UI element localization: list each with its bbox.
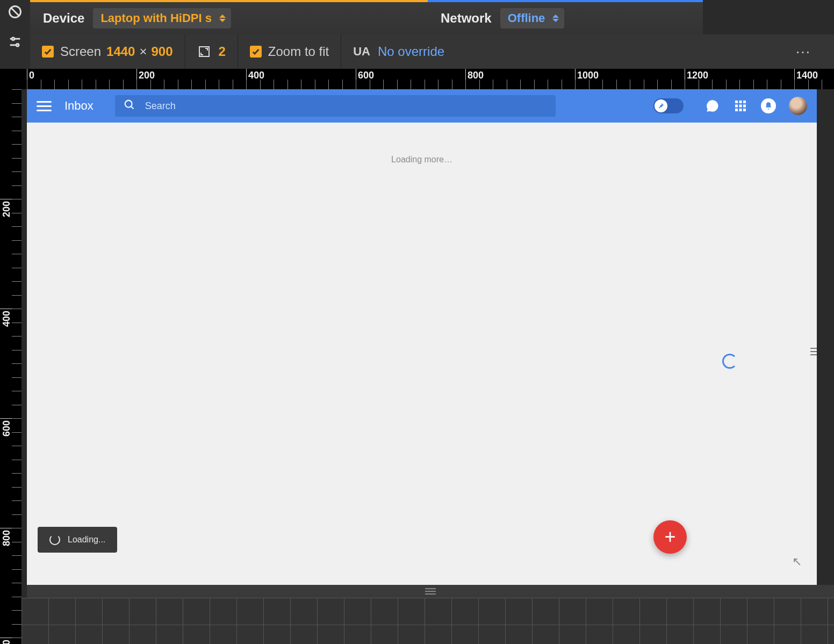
panel-drag-handle[interactable] — [27, 585, 834, 598]
svg-line-1 — [11, 8, 19, 16]
chat-icon[interactable] — [705, 98, 720, 113]
svg-point-7 — [125, 101, 132, 108]
app-title: Inbox — [64, 99, 94, 113]
svg-rect-17 — [743, 109, 746, 111]
svg-rect-12 — [735, 105, 738, 108]
zoom-checkbox[interactable] — [250, 46, 262, 58]
device-tab[interactable]: Device Laptop with HiDPI s — [30, 0, 428, 34]
screen-width[interactable]: 1440 — [106, 44, 135, 59]
search-icon — [124, 99, 135, 113]
pin-toggle[interactable] — [653, 98, 684, 113]
ua-label: UA — [353, 45, 370, 59]
svg-rect-15 — [735, 109, 738, 111]
dpr-value[interactable]: 2 — [219, 44, 226, 59]
network-select[interactable]: Offline — [500, 8, 565, 28]
network-label: Network — [441, 11, 492, 26]
svg-line-8 — [131, 106, 134, 109]
spinner-icon — [49, 534, 60, 545]
select-caret-icon — [219, 15, 226, 22]
compose-fab[interactable]: + — [653, 520, 687, 554]
search-input[interactable] — [115, 95, 556, 117]
zoom-label: Zoom to fit — [268, 44, 329, 59]
screen-height[interactable]: 900 — [151, 44, 172, 59]
svg-point-5 — [16, 44, 19, 47]
spinner-icon — [722, 354, 737, 369]
svg-rect-9 — [735, 101, 738, 103]
overflow-region — [21, 598, 834, 644]
screen-checkbox[interactable] — [42, 46, 54, 58]
times-symbol: × — [139, 44, 147, 59]
resize-handle-icon[interactable]: ↖ — [792, 555, 802, 569]
apps-icon[interactable] — [733, 98, 748, 113]
ua-value[interactable]: No override — [378, 44, 444, 59]
svg-rect-10 — [739, 101, 742, 103]
loading-toast: Loading... — [38, 527, 117, 553]
device-select[interactable]: Laptop with HiDPI s — [93, 8, 231, 28]
scrollbar-hint[interactable] — [810, 337, 817, 367]
menu-icon[interactable] — [37, 98, 52, 113]
settings-sliders-icon[interactable] — [8, 34, 23, 65]
select-caret-icon — [552, 15, 559, 22]
disable-icon[interactable] — [8, 4, 23, 34]
svg-rect-14 — [743, 105, 746, 108]
avatar[interactable] — [789, 97, 807, 115]
toast-text: Loading... — [68, 535, 105, 545]
search-field[interactable] — [145, 101, 547, 112]
plus-icon: + — [664, 526, 675, 548]
app-header: Inbox — [27, 89, 817, 123]
ruler-vertical: 2004006008001000 — [0, 69, 21, 644]
screen-label: Screen — [60, 44, 101, 59]
svg-rect-11 — [743, 101, 746, 103]
more-menu[interactable]: ⋯ — [795, 43, 822, 61]
loading-more-text: Loading more… — [27, 155, 817, 164]
svg-point-4 — [12, 38, 15, 40]
network-tab[interactable]: Network Offline — [428, 0, 703, 34]
dpr-icon — [197, 45, 211, 59]
svg-rect-13 — [739, 105, 742, 108]
svg-rect-16 — [739, 109, 742, 111]
emulated-viewport[interactable]: Inbox — [27, 89, 817, 585]
notifications-icon[interactable] — [761, 98, 776, 113]
pin-icon — [655, 99, 667, 112]
device-label: Device — [43, 11, 84, 26]
ruler-horizontal: 0200400600800100012001400 — [21, 69, 834, 89]
